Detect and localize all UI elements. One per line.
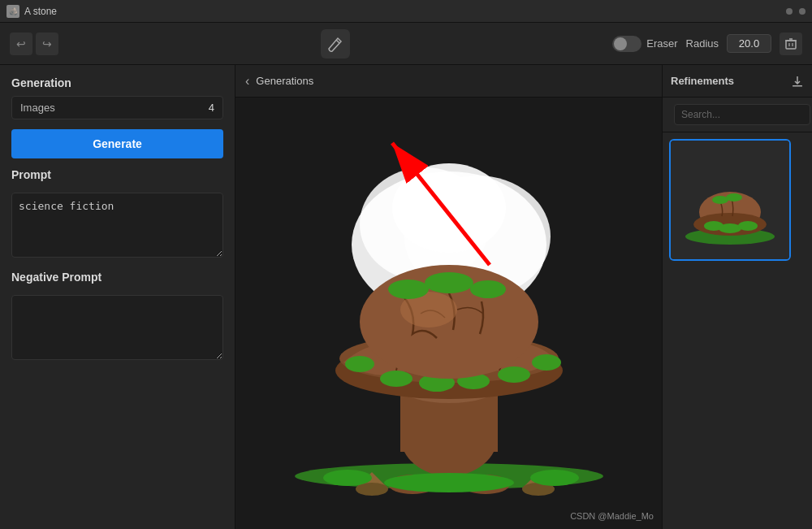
svg-point-21 (498, 366, 530, 383)
search-input[interactable] (674, 104, 810, 125)
svg-point-48 (712, 196, 728, 204)
images-label: Images (20, 102, 55, 114)
toolbar-right: Eraser Radius 20.0 (612, 33, 802, 55)
trash-button[interactable] (780, 33, 802, 55)
redo-button[interactable]: ↪ (36, 33, 58, 55)
svg-point-9 (392, 163, 506, 253)
left-panel: Generation Images 4 Generate Prompt scie… (0, 65, 235, 529)
svg-rect-38 (793, 85, 802, 87)
images-row: Images 4 (11, 96, 223, 119)
svg-point-35 (530, 470, 579, 486)
refinements-title: Refinements (671, 75, 786, 87)
nav-buttons: ↩ ↪ (10, 33, 58, 55)
main-content: Generation Images 4 Generate Prompt scie… (0, 65, 812, 529)
eraser-switch[interactable] (612, 36, 641, 52)
svg-point-27 (470, 280, 506, 298)
prompt-textarea[interactable]: science fiction (11, 193, 223, 258)
eraser-label: Eraser (646, 37, 677, 50)
generate-button[interactable]: Generate (11, 129, 223, 158)
app-title: A stone (24, 6, 57, 17)
canvas-viewport[interactable]: CSDN @Maddie_Mo (235, 98, 662, 529)
refinements-grid (663, 132, 812, 267)
window-dot-1 (786, 8, 793, 15)
toolbar-center (65, 29, 606, 59)
svg-rect-1 (786, 41, 796, 49)
back-button[interactable]: ‹ (245, 74, 249, 89)
canvas-tab: Generations (256, 75, 313, 87)
svg-point-25 (388, 280, 429, 299)
search-row: ☆ (663, 98, 812, 132)
svg-point-49 (726, 193, 742, 202)
negative-prompt-section: Negative Prompt (11, 271, 223, 363)
svg-point-36 (384, 473, 514, 492)
canvas-image (279, 119, 620, 509)
generation-title: Generation (11, 76, 223, 89)
radius-value[interactable]: 20.0 (727, 34, 771, 53)
svg-line-0 (336, 40, 339, 43)
title-bar: 🪨 A stone (0, 0, 812, 23)
svg-point-17 (345, 356, 374, 372)
download-button[interactable] (791, 75, 804, 88)
generation-section: Generation Images 4 (11, 76, 223, 119)
watermark: CSDN @Maddie_Mo (570, 511, 654, 521)
undo-button[interactable]: ↩ (10, 33, 32, 55)
refinement-item[interactable] (669, 139, 791, 261)
svg-point-34 (323, 470, 372, 486)
svg-point-47 (738, 221, 758, 231)
window-dot-2 (799, 8, 806, 15)
svg-point-22 (532, 354, 561, 371)
images-count: 4 (209, 102, 214, 114)
negative-prompt-textarea[interactable] (11, 295, 223, 360)
prompt-title: Prompt (11, 168, 223, 181)
app-icon: 🪨 (6, 5, 19, 18)
refinements-header: Refinements (663, 65, 812, 98)
toolbar: ↩ ↪ Eraser Radius 20.0 (0, 23, 812, 65)
radius-label: Radius (686, 37, 719, 50)
window-controls (786, 8, 806, 15)
refinement-thumbnail (671, 141, 789, 259)
svg-point-26 (425, 272, 473, 293)
brush-button[interactable] (321, 29, 350, 59)
canvas-area: ‹ Generations (235, 65, 662, 529)
canvas-header: ‹ Generations (235, 65, 662, 98)
prompt-section: Prompt science fiction (11, 168, 223, 261)
svg-point-46 (719, 223, 741, 233)
right-panel: Refinements ☆ (662, 65, 812, 529)
negative-prompt-title: Negative Prompt (11, 271, 223, 284)
eraser-toggle: Eraser (612, 36, 677, 52)
svg-point-18 (380, 371, 412, 387)
